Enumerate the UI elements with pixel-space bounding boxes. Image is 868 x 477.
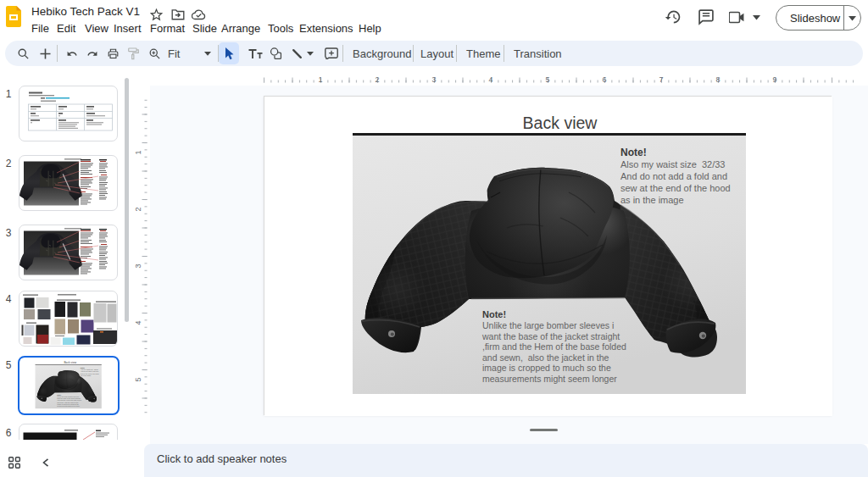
svg-text:1: 1 — [318, 75, 322, 84]
svg-text:6: 6 — [602, 75, 606, 84]
svg-text:5: 5 — [545, 75, 549, 84]
svg-text:1: 1 — [134, 150, 142, 154]
svg-text:4: 4 — [488, 75, 492, 84]
svg-text:7: 7 — [659, 75, 663, 84]
svg-text:2: 2 — [375, 75, 379, 84]
svg-text:4: 4 — [134, 320, 142, 324]
svg-text:5: 5 — [134, 377, 142, 381]
svg-text:3: 3 — [134, 263, 142, 268]
svg-text:9: 9 — [772, 75, 776, 84]
svg-text:8: 8 — [715, 75, 720, 84]
svg-text:2: 2 — [134, 207, 142, 211]
svg-text:3: 3 — [431, 75, 436, 84]
